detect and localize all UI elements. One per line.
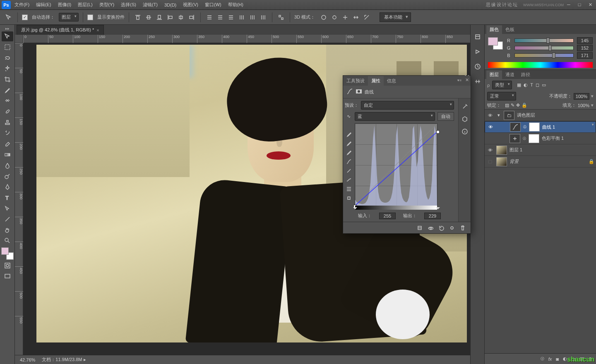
filter-type-icon[interactable]: T [530,82,533,88]
output-value[interactable]: 229 [424,213,441,219]
dodge-tool[interactable] [2,171,13,181]
info-icon[interactable] [461,127,469,136]
foreground-background-colors[interactable] [1,247,14,260]
history-brush-tool[interactable] [2,128,13,138]
align-top-icon[interactable] [133,13,142,22]
3d-pan-icon[interactable] [341,13,350,22]
color-tab[interactable]: 颜色 [486,25,502,34]
character-panel-icon[interactable] [473,77,482,86]
panel-close-icon[interactable]: ✕ [465,77,469,83]
layer-name[interactable]: 背景 [509,158,586,165]
actions-panel-icon[interactable] [473,47,482,56]
filter-smart-icon[interactable]: ▭ [542,82,546,88]
menu-view[interactable]: 视图(V) [180,2,201,8]
align-hcenter-icon[interactable] [176,13,185,22]
swatches-tab[interactable]: 色板 [502,25,518,34]
menu-edit[interactable]: 编辑(E) [33,2,54,8]
menu-select[interactable]: 选择(S) [118,2,139,8]
eyedropper-black-icon[interactable] [345,131,353,138]
type-tool[interactable]: T [2,193,13,203]
opacity-value[interactable]: 100% [574,93,589,100]
group-toggle-icon[interactable]: ▾ [496,113,501,118]
3d-icon[interactable] [461,115,469,123]
link-icon[interactable]: ⦾ [523,125,526,129]
3d-slide-icon[interactable] [351,13,360,22]
auto-select-checkbox[interactable]: ✓ [22,14,28,20]
on-image-adjust-icon[interactable] [345,194,353,202]
paths-tab[interactable]: 路径 [518,70,534,79]
window-close-icon[interactable]: ✕ [586,2,594,7]
blur-tool[interactable] [2,160,13,170]
move-tool-preset-icon[interactable] [4,13,13,22]
align-bottom-icon[interactable] [155,13,164,22]
channel-select[interactable]: 蓝 [355,112,435,121]
layer-name[interactable]: 调色图层 [517,112,594,118]
layer-image1[interactable]: 👁 图层 1 [485,144,596,156]
b-slider[interactable] [514,53,574,57]
tools-icon[interactable] [461,103,469,111]
layers-tab[interactable]: 图层 [486,70,502,79]
layer-name[interactable]: 曲线 1 [542,124,594,130]
link-icon[interactable]: ⦾ [523,136,526,141]
filter-shape-icon[interactable]: ◻ [536,82,539,88]
b-value[interactable]: 171 [577,52,593,59]
menu-window[interactable]: 窗口(W) [202,2,224,8]
props-tab-properties[interactable]: 属性 [368,76,384,86]
menu-filter[interactable]: 滤镜(T) [140,2,161,8]
lock-brush-icon[interactable]: ✎ [511,103,514,108]
move-tool[interactable] [2,31,13,41]
hue-strip[interactable] [488,62,593,68]
toggle-visibility-icon[interactable] [448,224,456,232]
menu-help[interactable]: 帮助(H) [225,2,246,8]
input-value[interactable]: 255 [379,213,396,219]
history-panel-icon[interactable] [473,32,482,41]
lasso-tool[interactable] [2,53,13,63]
eyedropper-tool[interactable] [2,85,13,95]
menu-3d[interactable]: 3D(D) [161,2,179,7]
window-minimize-icon[interactable]: ─ [565,2,573,7]
path-select-tool[interactable] [2,204,13,213]
clip-to-layer-icon[interactable] [416,224,423,232]
eyedropper-white-icon[interactable] [345,149,353,156]
menu-image[interactable]: 图像(I) [55,2,74,8]
hand-tool[interactable] [2,225,13,235]
pen-tool[interactable] [2,182,13,192]
navigator-panel-icon[interactable] [473,62,482,71]
g-value[interactable]: 152 [577,45,593,51]
r-slider[interactable] [514,38,574,43]
curves-graph[interactable] [355,123,437,206]
3d-scale-icon[interactable] [362,13,371,22]
eraser-tool[interactable] [2,139,13,149]
3d-roll-icon[interactable] [330,13,339,22]
zoom-value[interactable]: 42.76% [20,357,35,362]
crop-tool[interactable] [2,74,13,84]
distribute-left-icon[interactable] [237,13,246,22]
ruler-vertical[interactable]: 050100150200250300350400450500550 [15,43,23,355]
distribute-right-icon[interactable] [259,13,268,22]
layer-mask[interactable] [529,122,540,132]
heal-tool[interactable] [2,96,13,106]
filter-pixel-icon[interactable]: ▦ [517,82,521,88]
lock-pixels-icon[interactable]: ▨ [505,103,509,108]
blend-mode-select[interactable]: 正常 [487,92,516,101]
distribute-bottom-icon[interactable] [226,13,236,22]
menu-type[interactable]: 类型(Y) [96,2,118,8]
visibility-icon[interactable]: 👁 [486,148,494,153]
distribute-vcenter-icon[interactable] [216,13,225,22]
distribute-top-icon[interactable] [205,13,214,22]
menu-layer[interactable]: 图层(L) [75,2,95,8]
menu-file[interactable]: 文件(F) [12,2,32,8]
stamp-tool[interactable] [2,117,13,127]
curve-edit-points-icon[interactable] [345,158,353,165]
layer-name[interactable]: 色彩平衡 1 [542,135,594,141]
visibility-icon[interactable]: 👁 [486,113,494,118]
ruler-horizontal[interactable]: 0501001502002503003504004505005506006507… [23,35,470,43]
props-tab-info[interactable]: 信息 [384,76,399,86]
layer-kind-select[interactable]: 类型 [492,81,512,89]
layer-group[interactable]: 👁 ▾ 🗀 调色图层 [485,110,596,121]
quickmask-tool[interactable] [2,261,13,271]
wand-tool[interactable] [2,64,13,74]
mask-mode-icon[interactable] [356,88,362,96]
shape-tool[interactable] [2,214,13,224]
auto-select-target[interactable]: 图层 [59,13,79,22]
